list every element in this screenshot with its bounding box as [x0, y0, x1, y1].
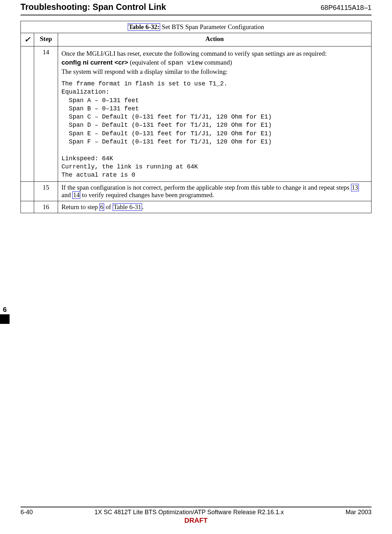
col-step: Step: [34, 33, 58, 46]
step14-output: The frame format in flash is set to use …: [61, 80, 368, 179]
step16-text-post: .: [142, 203, 144, 210]
table-number: Table 6-32:: [128, 23, 159, 30]
link-step-6[interactable]: 6: [99, 203, 104, 211]
cmd-note-pre: (equivalent of: [128, 59, 168, 66]
step14-intro: Once the MGLI/GLI has reset, execute the…: [61, 50, 368, 57]
step14-command-line: config ni current <cr> (equivalent of sp…: [61, 59, 368, 67]
table-row: 16 Return to step 6 of Table 6-31.: [21, 201, 372, 213]
chapter-number: 6: [0, 305, 10, 314]
table-6-32: Table 6-32: Set BTS Span Parameter Confi…: [20, 21, 372, 213]
page-header: Troubleshooting: Span Control Link 68P64…: [20, 0, 372, 14]
step14-respond: The system will respond with a display s…: [61, 68, 368, 76]
chapter-tab: 6: [0, 305, 10, 324]
header-rule: [20, 15, 372, 15]
link-table-6-31[interactable]: Table 6-31: [113, 203, 142, 211]
table-row: 14 Once the MGLI/GLI has reset, execute …: [21, 46, 372, 182]
chapter-tab-bar: [0, 314, 10, 324]
page-footer: 6-40 1X SC 4812T Lite BTS Optimization/A…: [20, 504, 372, 524]
table-title-cell: Table 6-32: Set BTS Span Parameter Confi…: [21, 21, 372, 33]
footer-page-number: 6-40: [20, 509, 33, 516]
link-step-14[interactable]: 14: [72, 191, 80, 199]
footer-date: Mar 2003: [346, 509, 372, 516]
check-cell: [21, 181, 34, 201]
header-doc-number: 68P64115A18–1: [321, 4, 372, 12]
step-number: 15: [34, 181, 58, 201]
step-number: 16: [34, 201, 58, 213]
cmd-note-post: command): [203, 59, 232, 66]
action-cell: If the span configuration is not correct…: [58, 181, 372, 201]
footer-draft-label: DRAFT: [20, 517, 372, 524]
step15-text-pre: If the span configuration is not correct…: [61, 184, 351, 191]
check-cell: [21, 46, 34, 182]
footer-center-text: 1X SC 4812T Lite BTS Optimization/ATP So…: [33, 509, 346, 516]
step15-text-mid: and: [61, 191, 72, 198]
step15-text-post: to verify required changes have been pro…: [80, 191, 214, 198]
action-cell: Return to step 6 of Table 6-31.: [58, 201, 372, 213]
col-action: Action: [58, 33, 372, 46]
table-row: 15 If the span configuration is not corr…: [21, 181, 372, 201]
step16-text-pre: Return to step: [61, 203, 99, 210]
action-cell: Once the MGLI/GLI has reset, execute the…: [58, 46, 372, 182]
table-title-link-marker[interactable]: Table 6-32:: [128, 23, 160, 31]
step16-text-mid: of: [104, 203, 113, 210]
link-step-13[interactable]: 13: [351, 184, 359, 191]
header-title: Troubleshooting: Span Control Link: [20, 2, 166, 12]
check-cell: [21, 201, 34, 213]
footer-rule: [20, 507, 372, 507]
cmd-note-code: span view: [168, 59, 203, 67]
col-check: ✓: [21, 33, 34, 46]
step-number: 14: [34, 46, 58, 182]
table-title-text: Set BTS Span Parameter Configuration: [162, 23, 264, 30]
command-text: config ni current <cr>: [61, 59, 128, 66]
check-icon: ✓: [24, 35, 30, 44]
